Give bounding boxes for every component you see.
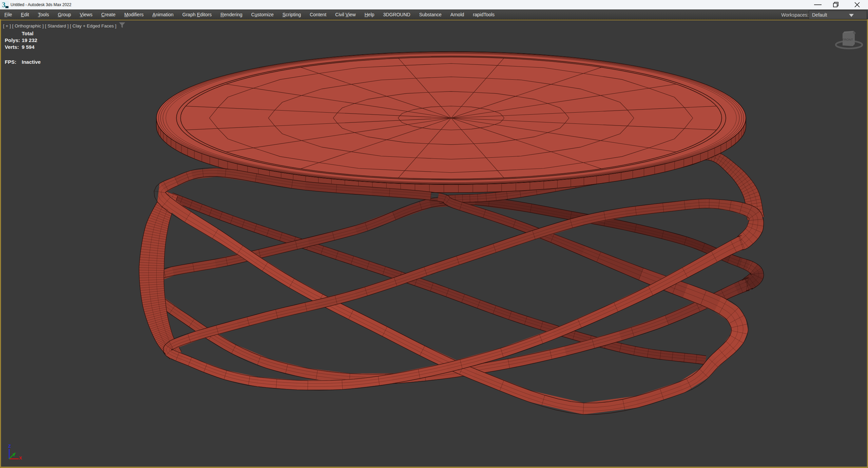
svg-text:Y: Y bbox=[13, 452, 16, 457]
svg-text:FRONT: FRONT bbox=[843, 38, 853, 41]
svg-text:Z: Z bbox=[8, 444, 11, 449]
svg-text:X: X bbox=[19, 455, 22, 461]
svg-text:3: 3 bbox=[2, 1, 5, 8]
